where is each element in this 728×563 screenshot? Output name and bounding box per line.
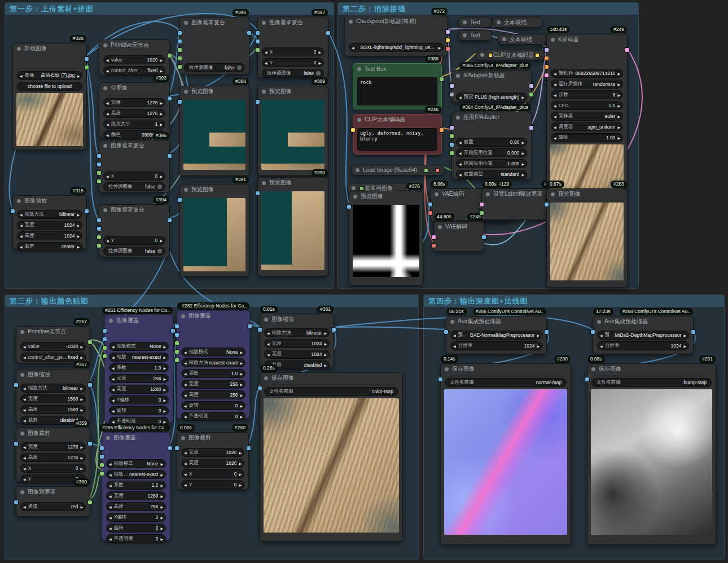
decrement-arrow-icon[interactable]: ◀ — [112, 355, 115, 359]
collapse-dot-icon[interactable] — [456, 116, 460, 120]
increment-arrow-icon[interactable]: ▶ — [683, 344, 686, 348]
collapse-dot-icon[interactable] — [103, 208, 107, 212]
decrement-arrow-icon[interactable]: ◀ — [459, 162, 462, 166]
output-port[interactable] — [436, 169, 439, 172]
input-port[interactable] — [351, 128, 355, 132]
decrement-arrow-icon[interactable]: ◀ — [23, 477, 26, 481]
output-port[interactable] — [482, 235, 486, 239]
combo-widget[interactable]: ◀高度1276▶ — [20, 453, 86, 462]
decrement-arrow-icon[interactable]: ◀ — [109, 473, 112, 477]
increment-arrow-icon[interactable]: ▶ — [77, 213, 80, 217]
increment-arrow-icon[interactable]: ▶ — [240, 393, 243, 397]
input-port[interactable] — [360, 187, 363, 190]
collapse-dot-icon[interactable] — [264, 376, 268, 380]
combo-widget[interactable]: ◀预设PLUS (high strength)▶ — [456, 93, 527, 102]
input-port[interactable] — [103, 346, 107, 350]
input-port[interactable] — [100, 446, 104, 450]
preview-image-389[interactable]: #389预览图像 — [257, 86, 328, 176]
decrement-arrow-icon[interactable]: ◀ — [112, 366, 115, 370]
decrement-arrow-icon[interactable]: ◀ — [184, 361, 187, 365]
output-port[interactable] — [168, 54, 172, 58]
toggle-knob-icon[interactable] — [157, 184, 162, 189]
input-port[interactable] — [97, 244, 101, 248]
increment-arrow-icon[interactable]: ▶ — [324, 342, 327, 346]
combo-widget[interactable]: ◀CFG1.0▶ — [551, 101, 623, 110]
decrement-arrow-icon[interactable]: ◀ — [106, 69, 109, 73]
decrement-arrow-icon[interactable]: ◀ — [184, 382, 187, 386]
increment-arrow-icon[interactable]: ▶ — [80, 456, 83, 460]
combo-widget[interactable]: ◀value-1020▶ — [20, 342, 86, 351]
combo-widget[interactable]: ◀旋转0▶ — [109, 406, 169, 415]
decrement-arrow-icon[interactable]: ◀ — [554, 115, 556, 118]
input-port[interactable] — [100, 455, 104, 459]
decrement-arrow-icon[interactable]: ◀ — [184, 372, 187, 376]
input-port[interactable] — [545, 56, 549, 60]
input-port[interactable] — [545, 65, 549, 69]
decrement-arrow-icon[interactable]: ◀ — [554, 136, 556, 140]
decrement-arrow-icon[interactable]: ◀ — [352, 46, 354, 50]
decrement-arrow-icon[interactable]: ◀ — [459, 151, 462, 155]
combo-widget[interactable]: ◀宽度1024▶ — [17, 221, 82, 230]
combo-widget[interactable]: ◀图像高清石纹 (7).jpg▶ — [17, 71, 82, 80]
toggle-widget[interactable]: 拉伸源图像false — [103, 182, 165, 191]
input-port[interactable] — [14, 383, 18, 387]
input-port[interactable] — [256, 31, 260, 35]
primitive-node[interactable]: Primitive元节点◀value1020▶◀control_after_ge… — [99, 39, 170, 76]
ipadapter-loader[interactable]: #365 ComfyUI_IPAdapter_plusIPAdapter加载器◀… — [451, 70, 532, 103]
input-port[interactable] — [178, 39, 182, 43]
output-port[interactable] — [440, 128, 444, 132]
output-port[interactable] — [88, 383, 92, 387]
increment-arrow-icon[interactable]: ▶ — [318, 50, 321, 54]
decrement-arrow-icon[interactable]: ◀ — [20, 234, 23, 238]
collapse-dot-icon[interactable] — [184, 90, 188, 94]
decrement-arrow-icon[interactable]: ◀ — [109, 494, 112, 498]
increment-arrow-icon[interactable]: ▶ — [80, 345, 83, 349]
increment-arrow-icon[interactable]: ▶ — [163, 420, 166, 424]
combo-widget[interactable]: ◀系数1.0▶ — [181, 369, 245, 378]
input-port[interactable] — [97, 162, 101, 166]
aux-preprocessor-286[interactable]: 58.21s#286 ComfyUI's ControlNet Au..Aux集… — [446, 316, 547, 354]
decrement-arrow-icon[interactable]: ◀ — [554, 82, 556, 86]
increment-arrow-icon[interactable]: ▶ — [160, 483, 163, 487]
combo-widget[interactable]: ◀高度1280▶ — [109, 385, 169, 394]
input-port[interactable] — [14, 442, 18, 446]
increment-arrow-icon[interactable]: ▶ — [240, 382, 243, 386]
decrement-arrow-icon[interactable]: ◀ — [453, 333, 456, 337]
input-port[interactable] — [175, 333, 179, 337]
output-port[interactable] — [529, 93, 533, 96]
decrement-arrow-icon[interactable]: ◀ — [23, 386, 26, 390]
increment-arrow-icon[interactable]: ▶ — [160, 494, 163, 498]
input-port[interactable] — [175, 341, 179, 345]
increment-arrow-icon[interactable]: ▶ — [163, 377, 166, 381]
combo-widget[interactable]: ◀Y0▶ — [181, 480, 244, 489]
increment-arrow-icon[interactable]: ▶ — [80, 355, 83, 359]
input-port[interactable] — [178, 198, 182, 202]
collapse-dot-icon[interactable] — [353, 195, 357, 199]
decrement-arrow-icon[interactable]: ◀ — [109, 462, 112, 466]
combo-widget[interactable]: ◀高度256▶ — [181, 390, 245, 399]
decrement-arrow-icon[interactable]: ◀ — [184, 404, 187, 408]
toggle-widget[interactable]: 拉伸源图像false — [184, 63, 245, 72]
increment-arrow-icon[interactable]: ▶ — [160, 69, 163, 73]
text-node-1[interactable]: Text — [458, 17, 492, 28]
increment-arrow-icon[interactable]: ▶ — [521, 173, 524, 177]
input-port[interactable] — [256, 100, 260, 104]
combo-widget[interactable]: ◀缩放方法bilinear▶ — [264, 328, 330, 337]
increment-arrow-icon[interactable]: ▶ — [160, 462, 163, 466]
combo-widget[interactable]: ◀分辨率1024▶ — [450, 341, 542, 350]
combo-widget[interactable]: ◀Y偏移0▶ — [109, 395, 169, 404]
decrement-arrow-icon[interactable]: ◀ — [106, 122, 109, 126]
preview-image-263[interactable]: 0.67s#263预览图像 — [546, 188, 628, 288]
decrement-arrow-icon[interactable]: ◀ — [106, 133, 109, 137]
decrement-arrow-icon[interactable]: ◀ — [267, 331, 270, 335]
output-port[interactable] — [85, 57, 89, 61]
decrement-arrow-icon[interactable]: ◀ — [20, 74, 23, 78]
image-crop-359[interactable]: #359图像裁剪◀宽度1276▶◀高度1276▶◀X0▶◀Y0▶ — [16, 428, 90, 482]
load-image[interactable]: #326加载图像◀图像高清石纹 (7).jpg▶choose file to u… — [12, 43, 87, 150]
filename-prefix-field[interactable]: 文件名前缀bump-map — [591, 378, 712, 387]
collapse-dot-icon[interactable] — [103, 86, 107, 90]
decrement-arrow-icon[interactable]: ◀ — [184, 415, 187, 419]
input-port[interactable] — [100, 463, 104, 467]
save-image-290[interactable]: 0.14s#290保存图像文件名前缀normal-map — [440, 363, 571, 545]
combo-widget[interactable]: ◀缩放模式None▶ — [106, 459, 166, 468]
